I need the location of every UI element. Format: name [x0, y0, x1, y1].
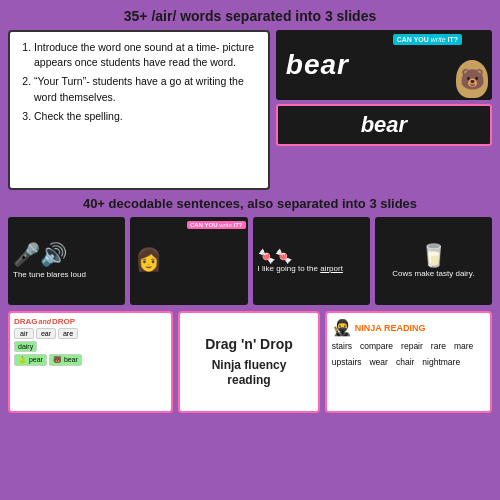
sentence-slide-4: 🥛 Cows make tasty dairy. [375, 217, 492, 305]
dd-header: DRAG and DROP [14, 317, 167, 326]
drag-label: DRAG [14, 317, 38, 326]
can-you-badge-2: CAN YOU write IT? [187, 221, 246, 229]
instruction-item-1: Introduce the word one sound at a time- … [34, 40, 258, 70]
ninja-word-4: rare [431, 340, 446, 354]
ninja-reading-header: 🥷 NINJA READING [332, 318, 485, 337]
slide-1-icon: 🎤🔊 [13, 242, 67, 268]
slide-3-candy: 🍬🍬 [258, 248, 292, 264]
milk-icon: 🥛 [420, 243, 447, 269]
page-wrapper: 35+ /air/ words separated into 3 slides … [0, 0, 500, 500]
dd-row-3: 🍐 pear 🐻 bear [14, 354, 167, 366]
ninja-fluency-reading-label: Ninja fluencyreading [212, 358, 287, 389]
sentence-slide-1: 🎤🔊 The tune blares loud [8, 217, 125, 305]
ninja-words-list: stairs compare repair rare mare upstairs… [332, 340, 485, 369]
instructions-box: Introduce the word one sound at a time- … [8, 30, 270, 190]
slide-4-text: Cows make tasty dairy. [392, 269, 474, 279]
top-header: 35+ /air/ words separated into 3 slides [8, 8, 492, 24]
dd-content: air ear are dairy 🍐 pear 🐻 bear [14, 328, 167, 407]
can-you-badge: CAN YOU write IT? [393, 34, 462, 45]
instruction-item-2: “Your Turn”- students have a go at writi… [34, 74, 258, 104]
dd-cell-2: ear [36, 328, 56, 339]
and-label: and [39, 318, 51, 325]
dd-row-1: air ear are [14, 328, 167, 339]
middle-header: 40+ decodable sentences, also separated … [8, 196, 492, 211]
drag-drop-label-title: Drag 'n' Drop [205, 335, 293, 353]
dd-row-2: dairy [14, 341, 167, 352]
ninja-reading-box: 🥷 NINJA READING stairs compare repair ra… [325, 311, 492, 413]
sentence-slides: 🎤🔊 The tune blares loud CAN YOU write IT… [8, 217, 492, 305]
slide-previews: bear CAN YOU write IT? 🐻 bear [276, 30, 492, 190]
bottom-row: DRAG and DROP air ear are dairy 🍐 pear 🐻… [8, 311, 492, 413]
drop-label: DROP [52, 317, 75, 326]
top-content: Introduce the word one sound at a time- … [8, 30, 492, 190]
bear-image: 🐻 [456, 60, 488, 98]
ninja-icon: 🥷 [332, 318, 352, 337]
ninja-word-3: repair [401, 340, 423, 354]
sentence-slide-2: CAN YOU write IT? 👩 [130, 217, 247, 305]
instructions-list: Introduce the word one sound at a time- … [20, 40, 258, 124]
drag-drop-label-box: Drag 'n' Drop Ninja fluencyreading [178, 311, 319, 413]
dd-word-bear: 🐻 bear [49, 354, 82, 366]
ninja-word-6: upstairs [332, 356, 362, 370]
slide-3-text: I like going to the airport [258, 264, 343, 274]
candy-icon: 🍬🍬 [258, 248, 292, 264]
bear-word-bottom: bear [361, 112, 407, 138]
ninja-word-5: mare [454, 340, 473, 354]
ninja-reading-title: NINJA READING [355, 323, 426, 333]
drag-drop-preview: DRAG and DROP air ear are dairy 🍐 pear 🐻… [8, 311, 173, 413]
bear-slide-bottom: bear [276, 104, 492, 146]
ninja-word-1: stairs [332, 340, 352, 354]
ninja-word-8: chair [396, 356, 414, 370]
dd-cell-3: are [58, 328, 78, 339]
ninja-word-7: wear [369, 356, 387, 370]
dd-word-pear: 🍐 pear [14, 354, 47, 366]
ninja-word-2: compare [360, 340, 393, 354]
bear-word-top: bear [286, 49, 349, 81]
instruction-item-3: Check the spelling. [34, 109, 258, 124]
dd-cell-1: air [14, 328, 34, 339]
dd-word-dairy: dairy [14, 341, 37, 352]
slide-2-icon: 👩 [135, 247, 162, 273]
bear-slide-top: bear CAN YOU write IT? 🐻 [276, 30, 492, 100]
ninja-word-9: nightmare [422, 356, 460, 370]
slide-1-text: The tune blares loud [13, 270, 86, 280]
sentence-slide-3: 🍬🍬 I like going to the airport [253, 217, 370, 305]
